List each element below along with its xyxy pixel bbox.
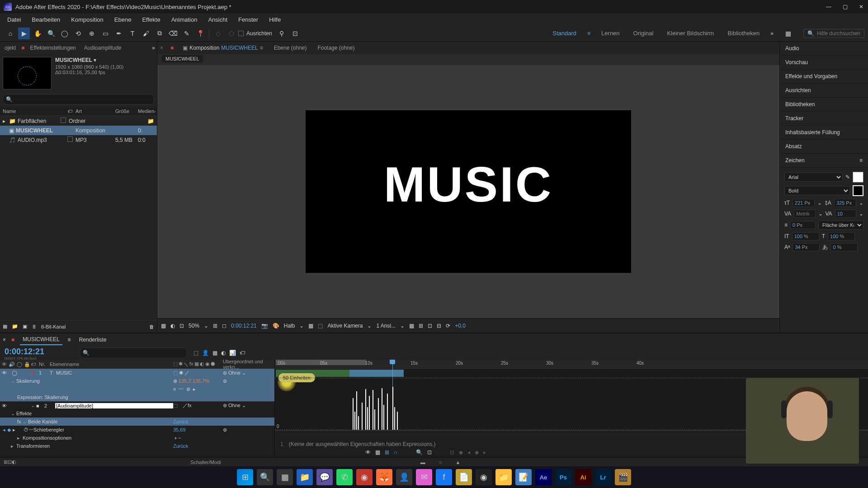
- panel-character-title[interactable]: Zeichen: [785, 157, 805, 164]
- chevron-down-icon[interactable]: ⌄: [859, 211, 863, 217]
- graph-fit-icon[interactable]: 🔍: [416, 449, 423, 455]
- panel-tracker[interactable]: Tracker: [780, 112, 868, 126]
- guides-icon[interactable]: ⊞: [419, 323, 423, 329]
- tool-opt2-icon[interactable]: ⬡: [226, 28, 237, 39]
- key-ease-out-icon[interactable]: ▸: [483, 449, 486, 455]
- switch-icon[interactable]: ⬚: [173, 361, 178, 368]
- camera-select[interactable]: Aktive Kamera: [327, 323, 363, 329]
- timeline-tab-comp[interactable]: MUSICWHEEL: [20, 334, 62, 345]
- eye-icon[interactable]: 👁: [365, 449, 371, 455]
- camera-dropdown-icon[interactable]: ⌄: [367, 323, 372, 329]
- zoom-dropdown-icon[interactable]: ⌄: [204, 323, 208, 329]
- expr-menu-icon[interactable]: ▸: [193, 386, 196, 392]
- timeline-close-icon[interactable]: ×: [3, 337, 6, 343]
- switches-modes-toggle[interactable]: Schalter/Modi: [16, 460, 395, 465]
- panel-paragraph[interactable]: Absatz: [780, 140, 868, 154]
- panel-effects[interactable]: Effekte und Vorgaben: [780, 70, 868, 84]
- font-family-select[interactable]: Arial: [784, 173, 843, 182]
- frame-blend-toggle-icon[interactable]: ⊡: [8, 459, 12, 465]
- comp-dropdown-icon[interactable]: ▾: [94, 57, 96, 63]
- after-effects-icon[interactable]: Ae: [535, 469, 552, 485]
- layer-bar-1[interactable]: [349, 370, 404, 377]
- panel-preview[interactable]: Vorschau: [780, 56, 868, 70]
- graph-toggle-icon[interactable]: 〰: [28, 427, 33, 432]
- kerning-input[interactable]: Metrik: [794, 210, 815, 218]
- maximize-button[interactable]: ▢: [842, 4, 848, 10]
- mask-icon[interactable]: ▦: [161, 323, 166, 329]
- views-dropdown-icon[interactable]: ⌄: [400, 323, 405, 329]
- font-size-input[interactable]: 221 Px: [793, 199, 815, 207]
- chevron-down-icon[interactable]: ⌄: [817, 200, 822, 206]
- nr-col[interactable]: Nr.: [39, 361, 50, 367]
- zoom-value[interactable]: 50%: [189, 323, 199, 329]
- next-key-icon[interactable]: ▸: [13, 427, 15, 433]
- notepad-icon[interactable]: 📝: [515, 469, 532, 485]
- whatsapp-icon[interactable]: ✆: [336, 469, 353, 485]
- rect-tool-icon[interactable]: ▭: [99, 28, 111, 39]
- bit-depth[interactable]: 8-Bit-Kanal: [41, 324, 66, 329]
- channel-icon[interactable]: ⊡: [179, 323, 184, 329]
- prev-key-icon[interactable]: ◂: [3, 427, 5, 433]
- zoom-in-icon[interactable]: ▲: [455, 460, 460, 465]
- puppet-tool-icon[interactable]: 📍: [194, 28, 206, 39]
- help-search[interactable]: 🔍 Hilfe durchsuchen: [803, 29, 864, 38]
- project-item-comp[interactable]: ▣ MUSICWHEEL Komposition 0:: [0, 126, 157, 135]
- timeline-tab-menu-icon[interactable]: ≡: [68, 337, 71, 343]
- resolution-select[interactable]: Halb: [284, 323, 295, 329]
- menu-help[interactable]: Hilfe: [264, 14, 285, 25]
- facebook-icon[interactable]: f: [436, 469, 452, 485]
- views-select[interactable]: 1 Ansi...: [376, 323, 396, 329]
- interpret-icon[interactable]: ▦: [3, 324, 7, 329]
- snap-checkbox[interactable]: [238, 31, 244, 36]
- name-col[interactable]: Ebenenname: [50, 361, 173, 367]
- baseline-input[interactable]: 34 Px: [793, 243, 820, 251]
- composition-canvas[interactable]: MUSIC: [306, 110, 631, 273]
- brush-tool-icon[interactable]: 🖌: [140, 28, 152, 39]
- project-search[interactable]: 🔍: [3, 94, 154, 105]
- project-item-audio[interactable]: 🎵 AUDIO.mp3 MP3 5,5 MB 0:0: [0, 135, 157, 145]
- leading-input[interactable]: 325 Px: [834, 199, 856, 207]
- col-type[interactable]: Art: [75, 108, 115, 114]
- graph-auto-zoom-icon[interactable]: ∩: [394, 449, 398, 455]
- switch-icon[interactable]: ＼: [184, 361, 189, 368]
- snap-opt2-icon[interactable]: ⊡: [289, 28, 301, 39]
- reset-link[interactable]: Zurück: [173, 419, 223, 424]
- parent-col[interactable]: Übergeordnet und verkn...: [223, 360, 273, 370]
- eyedropper-icon[interactable]: ✎: [845, 174, 850, 180]
- app-icon-5[interactable]: 🎬: [615, 469, 631, 485]
- separate-dims-icon[interactable]: ⊟: [450, 449, 454, 455]
- layer-row-2[interactable]: 👁 ⌄ ■ 2 [Audioamplitude] ⬚ ／fx ⊚ Ohne ⌄: [0, 401, 274, 409]
- app-icon-4[interactable]: 📄: [456, 469, 472, 485]
- hscale-input[interactable]: 100 %: [828, 232, 855, 240]
- transform-group[interactable]: ▸ Transformieren Zurück: [0, 442, 274, 450]
- orbit-tool-icon[interactable]: ◯: [59, 28, 71, 39]
- eraser-tool-icon[interactable]: ⌫: [167, 28, 179, 39]
- motion-blur-icon[interactable]: ◐: [221, 350, 226, 356]
- fast-preview-icon[interactable]: ⟳: [446, 323, 450, 329]
- workspace-menu-icon[interactable]: ≡: [587, 30, 590, 37]
- toggle-switches-icon[interactable]: ⊞: [4, 459, 8, 465]
- expr-graph-icon[interactable]: 〰: [179, 386, 184, 392]
- breadcrumb[interactable]: MUSICWHEEL: [162, 55, 203, 62]
- res-icon[interactable]: ⊞: [213, 323, 217, 329]
- home-tool-icon[interactable]: ⌂: [5, 28, 16, 39]
- current-time-display[interactable]: 0:00:12:21: [5, 347, 72, 357]
- chevron-down-icon[interactable]: ⌄: [818, 211, 823, 217]
- new-comp-icon[interactable]: ▣: [23, 324, 27, 329]
- search-taskbar-icon[interactable]: 🔍: [257, 469, 273, 485]
- layer-name[interactable]: MUSIC: [56, 370, 173, 375]
- close-button[interactable]: ✕: [858, 4, 864, 10]
- stroke-mode-select[interactable]: Fläche über Kon...: [818, 221, 863, 230]
- menu-layer[interactable]: Ebene: [110, 14, 136, 25]
- graph-snap-icon[interactable]: ⊞: [385, 449, 389, 455]
- res-dropdown-icon[interactable]: ⌄: [299, 323, 304, 329]
- switch-icon[interactable]: ◉: [205, 361, 210, 368]
- snapshot-icon[interactable]: 📷: [261, 323, 268, 329]
- clone-tool-icon[interactable]: ⧉: [154, 28, 165, 39]
- menu-file[interactable]: Datei: [3, 14, 25, 25]
- fill-color-swatch[interactable]: [853, 172, 863, 183]
- trash-icon[interactable]: 🗑: [149, 324, 154, 329]
- col-size[interactable]: Größe: [115, 108, 138, 114]
- grid-icon[interactable]: ⊡: [428, 323, 432, 329]
- show-snapshot-icon[interactable]: 🎨: [273, 323, 279, 329]
